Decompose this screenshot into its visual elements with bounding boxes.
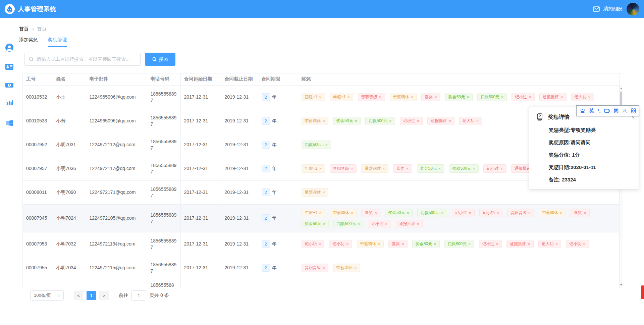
sidebar-item-user-circle-icon[interactable] (5, 43, 14, 52)
reward-tag[interactable]: 晋职晋级× (302, 264, 329, 272)
tag-close-icon[interactable]: × (407, 210, 409, 216)
reward-tag[interactable]: 晋职晋级× (330, 164, 357, 173)
reward-tag[interactable]: 罚款500元× (449, 164, 479, 173)
reward-tag[interactable]: 通报批评× (396, 220, 423, 228)
tag-close-icon[interactable]: × (354, 265, 357, 271)
tag-close-icon[interactable]: × (319, 165, 322, 172)
tag-close-icon[interactable]: × (385, 221, 388, 227)
tab-add-reward[interactable]: 添加奖惩 (19, 37, 38, 47)
tag-close-icon[interactable]: × (441, 210, 444, 216)
tag-close-icon[interactable]: × (323, 189, 325, 196)
tag-close-icon[interactable]: × (406, 165, 409, 172)
tag-close-icon[interactable]: × (434, 241, 436, 247)
prev-page-button[interactable]: < (74, 291, 83, 300)
reward-tag[interactable]: 带薪调休× (361, 164, 388, 173)
reward-tag[interactable]: 嘉奖× (388, 240, 408, 248)
page-size-select[interactable]: 100条/页 ∨ (30, 290, 64, 301)
tag-close-icon[interactable]: × (501, 94, 504, 100)
tag-close-icon[interactable]: × (379, 94, 382, 100)
tag-close-icon[interactable]: × (476, 118, 479, 124)
user-icon[interactable] (622, 108, 627, 113)
tag-close-icon[interactable]: × (357, 221, 360, 227)
tag-close-icon[interactable]: × (496, 241, 498, 247)
sidebar-item-windows-grid-icon[interactable] (5, 119, 14, 127)
reward-tag[interactable]: 带薪调休× (333, 264, 360, 272)
tag-close-icon[interactable]: × (528, 241, 530, 247)
tag-close-icon[interactable]: × (411, 94, 414, 100)
paw-icon[interactable] (580, 108, 586, 114)
tag-close-icon[interactable]: × (319, 241, 321, 247)
reward-tag[interactable]: 奖金50元× (412, 240, 440, 248)
reward-tag[interactable]: 记小功× (329, 240, 352, 248)
avatar[interactable] (627, 3, 639, 15)
tag-close-icon[interactable]: × (417, 221, 420, 227)
lang-mode-en[interactable]: 英 (589, 108, 594, 114)
tag-close-icon[interactable]: × (434, 94, 437, 100)
tag-close-icon[interactable]: × (583, 241, 586, 247)
reward-tag[interactable]: 记小过× (368, 220, 391, 228)
browser-scrollbar-thumb[interactable] (641, 285, 644, 299)
tag-close-icon[interactable]: × (584, 210, 586, 216)
next-page-button[interactable]: > (99, 291, 109, 300)
tag-close-icon[interactable]: × (355, 118, 357, 124)
reward-tag[interactable]: 记小功× (302, 240, 325, 248)
tag-close-icon[interactable]: × (500, 165, 503, 172)
reward-tag[interactable]: 奖金50元× (302, 220, 329, 228)
reward-tag[interactable]: 团建+1× (302, 93, 325, 101)
tag-close-icon[interactable]: × (560, 210, 562, 216)
reward-tag[interactable]: 嘉奖× (393, 164, 412, 173)
reward-tag[interactable]: 记大功× (571, 93, 594, 101)
tag-close-icon[interactable]: × (351, 210, 354, 216)
menu-grid-icon[interactable] (631, 108, 636, 113)
goto-page-input[interactable] (131, 290, 146, 301)
reward-tag[interactable]: 罚款500元× (444, 240, 474, 248)
reward-tag[interactable]: 记大功× (538, 240, 561, 248)
reward-tag[interactable]: 记小过× (452, 209, 475, 217)
reward-tag[interactable]: 罚款500元× (302, 141, 331, 149)
reward-tag[interactable]: 通报批评× (506, 240, 534, 248)
charset-mode-simplified[interactable]: 简 (614, 108, 619, 114)
reward-tag[interactable]: 嘉奖× (421, 93, 440, 101)
admin-username[interactable]: 系统管理员 (603, 6, 622, 12)
tag-close-icon[interactable]: × (319, 94, 322, 100)
reward-tag[interactable]: 带薪调休× (390, 93, 417, 101)
tag-close-icon[interactable]: × (467, 94, 469, 100)
tag-close-icon[interactable]: × (323, 265, 325, 271)
scroll-up-icon[interactable] (620, 88, 622, 89)
tag-close-icon[interactable]: × (560, 94, 563, 100)
reward-tag[interactable]: 年假+1× (330, 93, 353, 101)
reward-tag[interactable]: 带薪调休× (302, 117, 329, 125)
mail-icon[interactable] (593, 6, 600, 12)
reward-tag[interactable]: 年假+1× (302, 209, 325, 217)
reward-tag[interactable]: 罚款500元× (365, 117, 395, 125)
tag-close-icon[interactable]: × (346, 241, 349, 247)
tag-close-icon[interactable]: × (401, 241, 404, 247)
tag-close-icon[interactable]: × (319, 210, 322, 216)
reward-tag[interactable]: 奖金50元× (445, 93, 473, 101)
reward-tag[interactable]: 嘉奖× (571, 209, 590, 217)
reward-tag[interactable]: 带薪调休× (539, 209, 566, 217)
reward-tag[interactable]: 奖金50元× (417, 164, 444, 173)
sidebar-item-bar-chart-icon[interactable] (5, 98, 14, 107)
breadcrumb-home[interactable]: 首页 (19, 26, 29, 32)
tag-close-icon[interactable]: × (325, 142, 328, 148)
tag-close-icon[interactable]: × (323, 221, 326, 227)
reward-tag[interactable]: 记小过× (483, 164, 506, 173)
reward-tag[interactable]: 奖金50元× (385, 209, 413, 217)
tag-close-icon[interactable]: × (374, 210, 377, 216)
reward-tag[interactable]: 年假+1× (302, 164, 325, 173)
reward-tag[interactable]: 通报批评× (539, 93, 567, 101)
reward-tag[interactable]: 罚款500元× (333, 220, 363, 228)
sidebar-item-money-icon[interactable]: 1 (5, 81, 14, 90)
tag-close-icon[interactable]: × (588, 94, 591, 100)
scroll-down-icon[interactable] (620, 284, 622, 286)
tag-close-icon[interactable]: × (529, 94, 531, 100)
tag-close-icon[interactable]: × (468, 241, 471, 247)
tag-close-icon[interactable]: × (382, 165, 385, 172)
tag-close-icon[interactable]: × (469, 210, 472, 216)
reward-tag[interactable]: 罚款500元× (477, 93, 507, 101)
reward-tag[interactable]: 带薪调休× (330, 209, 357, 217)
punctuation-mode[interactable]: ’, (598, 108, 600, 114)
reward-tag[interactable]: 带薪调休× (357, 240, 384, 248)
reward-tag[interactable]: 记小过× (512, 93, 535, 101)
